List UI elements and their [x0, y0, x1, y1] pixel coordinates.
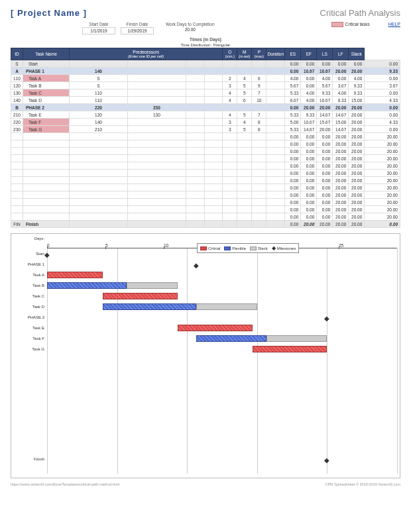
footer: https://www.vertex42.com/ExcelTemplates/… — [11, 482, 400, 486]
chart-row: Task E — [47, 323, 397, 333]
chart-legend: Critical Flexible Slack ◆Milestones — [197, 243, 299, 253]
table-row[interactable]: 140Task D11046106.674.0010.678.3315.004.… — [11, 97, 400, 104]
table-row[interactable]: 0.000.000.0020.0020.0020.00 — [11, 213, 400, 221]
table-row[interactable]: 0.000.000.0020.0020.0020.00 — [11, 177, 400, 184]
header: [ Project Name ] Critical Path Analysis — [11, 8, 400, 18]
task-table: IDTask NamePredecessors(Enter one ID per… — [11, 48, 400, 228]
chart-row: Task G — [47, 344, 397, 354]
chart-row: Task D — [47, 301, 397, 312]
milestone-icon: ◆ — [194, 262, 199, 269]
chart-row: PHASE 1◆ — [47, 259, 397, 270]
table-row[interactable]: 130Task C1104575.334.009.334.009.330.00 — [11, 89, 400, 97]
table-row[interactable]: 220Task F1403485.0010.6715.6715.0020.004… — [11, 119, 400, 126]
table-row[interactable]: 0.000.000.0020.0020.0020.00 — [11, 133, 400, 140]
chart-row: Task F — [47, 333, 397, 344]
table-row[interactable]: SStart0.000.000.000.000.000.00 — [11, 60, 400, 68]
table-row[interactable]: 0.000.000.0020.0020.0020.00 — [11, 199, 400, 206]
gantt-chart: Days: 0510152025 Critical Flexible Slack… — [11, 233, 400, 478]
milestone-icon: ◆ — [44, 251, 50, 258]
table-row[interactable]: 0.000.000.0020.0020.0020.00 — [11, 148, 400, 155]
table-row[interactable]: APHASE 11400.0010.6710.6720.0020.009.33 — [11, 68, 400, 75]
table-row[interactable]: 210Task E1201304575.339.3314.6714.6720.0… — [11, 111, 400, 119]
chart-row: PHASE 2◆ — [47, 312, 397, 323]
project-name: [ Project Name ] — [11, 8, 87, 18]
table-row-finish[interactable]: FINFinish0.0020.0020.0020.0020.000.00 — [11, 221, 400, 228]
table-row[interactable]: 230Task G2103585.3314.6720.0014.6720.000… — [11, 126, 400, 133]
table-row[interactable]: BPHASE 22202300.0020.0020.0020.0020.000.… — [11, 104, 400, 111]
table-row[interactable]: 120Task BS3595.670.005.673.679.333.67 — [11, 82, 400, 89]
table-row[interactable]: 0.000.000.0020.0020.0020.00 — [11, 162, 400, 170]
milestone-icon: ◆ — [324, 315, 329, 322]
chart-row: Task C — [47, 291, 397, 301]
chart-row-finish: Finish◆ — [47, 454, 397, 464]
table-row[interactable]: 0.000.000.0020.0020.0020.00 — [11, 140, 400, 148]
finish-date-input[interactable]: 1/29/2019 — [121, 27, 154, 34]
table-row[interactable]: 110Task AS2464.000.004.000.004.000.00 — [11, 75, 400, 82]
table-row[interactable]: 0.000.000.0020.0020.0020.00 — [11, 206, 400, 213]
table-row[interactable]: 0.000.000.0020.0020.0020.00 — [11, 155, 400, 162]
table-row[interactable]: 0.000.000.0020.0020.0020.00 — [11, 191, 400, 199]
critical-legend: Critical tasks — [331, 22, 370, 27]
start-date-input[interactable]: 1/1/2019 — [82, 27, 115, 34]
meta-row: Start Date1/1/2019 Finish Date1/29/2019 … — [11, 22, 400, 34]
table-row[interactable]: 0.000.000.0020.0020.0020.00 — [11, 170, 400, 177]
help-link[interactable]: HELP — [388, 22, 400, 27]
chart-row: Task A — [47, 270, 397, 280]
times-label: Times (in Days) — [11, 37, 400, 42]
page-subtitle: Critical Path Analysis — [320, 8, 400, 18]
chart-row: Task B — [47, 280, 397, 291]
table-row[interactable]: 0.000.000.0020.0020.0020.00 — [11, 184, 400, 191]
